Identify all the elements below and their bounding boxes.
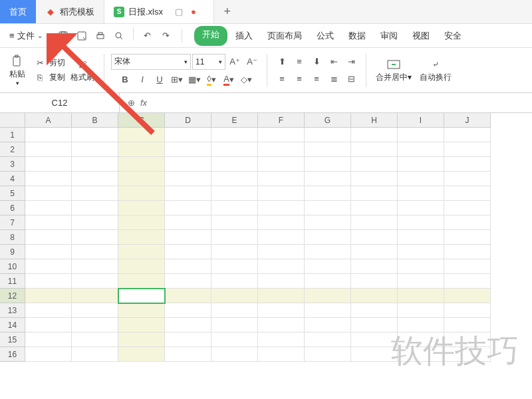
print-preview-button[interactable] (110, 27, 128, 45)
cut-button[interactable]: ✂ (32, 56, 48, 70)
cell[interactable] (444, 347, 491, 362)
clear-format-button[interactable]: ◇▾ (238, 72, 254, 87)
font-size-combo[interactable]: 11▾ (192, 54, 225, 70)
cell[interactable] (211, 274, 258, 289)
save-as-button[interactable] (73, 27, 90, 45)
cell[interactable] (25, 157, 72, 172)
cell[interactable] (25, 259, 72, 274)
cell[interactable] (211, 172, 258, 186)
cell[interactable] (165, 318, 211, 332)
cell[interactable] (398, 303, 444, 318)
cell[interactable] (444, 128, 491, 142)
cell[interactable] (165, 347, 211, 362)
row-header[interactable]: 8 (0, 230, 25, 245)
cell[interactable] (444, 245, 491, 259)
row-header[interactable]: 13 (0, 303, 25, 318)
row-header[interactable]: 14 (0, 318, 25, 332)
cell[interactable] (211, 142, 258, 157)
row-header[interactable]: 9 (0, 245, 25, 259)
cell[interactable] (444, 318, 491, 332)
cell[interactable] (72, 230, 118, 245)
align-left-button[interactable]: ≡ (274, 72, 290, 86)
cell[interactable] (398, 142, 444, 157)
fill-pattern-button[interactable]: ▦▾ (186, 72, 202, 87)
cell[interactable] (165, 172, 211, 186)
dot-icon[interactable]: ● (191, 7, 196, 17)
cell[interactable] (72, 289, 118, 303)
underline-button[interactable]: U (152, 72, 168, 87)
cell[interactable] (165, 201, 211, 215)
bold-button[interactable]: B (117, 72, 133, 87)
cell[interactable] (305, 303, 351, 318)
name-box[interactable]: C12 (0, 93, 120, 112)
align-right-button[interactable]: ≡ (309, 72, 325, 86)
cell[interactable] (165, 289, 211, 303)
cell[interactable] (118, 245, 165, 259)
cell[interactable] (351, 215, 398, 230)
cell[interactable] (118, 128, 165, 142)
cell[interactable] (211, 215, 258, 230)
column-header[interactable]: F (258, 113, 305, 128)
cell[interactable] (258, 259, 305, 274)
cell[interactable] (351, 245, 398, 259)
cell[interactable] (25, 332, 72, 347)
cell[interactable] (72, 318, 118, 332)
cell[interactable] (444, 201, 491, 215)
align-bottom-button[interactable]: ⬇ (309, 55, 325, 69)
row-header[interactable]: 7 (0, 215, 25, 230)
cell[interactable] (305, 215, 351, 230)
cell[interactable] (118, 332, 165, 347)
cell[interactable] (211, 245, 258, 259)
cell[interactable] (25, 289, 72, 303)
cell[interactable] (444, 259, 491, 274)
cell[interactable] (398, 274, 444, 289)
column-header[interactable]: C (118, 113, 165, 128)
cell[interactable] (211, 230, 258, 245)
cell[interactable] (351, 128, 398, 142)
tab-templates[interactable]: ◆ 稻壳模板 (36, 0, 104, 23)
cell[interactable] (305, 289, 351, 303)
font-color-button[interactable]: A▾ (221, 72, 237, 87)
row-header[interactable]: 12 (0, 289, 25, 303)
cell[interactable] (165, 259, 211, 274)
cell[interactable] (72, 157, 118, 172)
cell[interactable] (351, 259, 398, 274)
cell[interactable] (165, 274, 211, 289)
select-all-corner[interactable] (0, 113, 25, 128)
cell[interactable] (444, 303, 491, 318)
cell[interactable] (118, 274, 165, 289)
cell[interactable] (165, 157, 211, 172)
column-header[interactable]: G (305, 113, 351, 128)
ribbon-tab-layout[interactable]: 页面布局 (261, 26, 309, 46)
ribbon-tab-start[interactable]: 开始 (194, 26, 227, 46)
cell[interactable] (351, 332, 398, 347)
save-button[interactable] (55, 27, 72, 45)
cell[interactable] (118, 201, 165, 215)
cell[interactable] (351, 230, 398, 245)
decrease-font-button[interactable]: A⁻ (244, 55, 260, 69)
cell[interactable] (258, 230, 305, 245)
cell[interactable] (211, 201, 258, 215)
cell[interactable] (444, 172, 491, 186)
cell[interactable] (258, 157, 305, 172)
cell[interactable] (211, 157, 258, 172)
cell[interactable] (25, 318, 72, 332)
cell[interactable] (72, 274, 118, 289)
cell[interactable] (25, 274, 72, 289)
column-header[interactable]: I (398, 113, 444, 128)
ribbon-tab-review[interactable]: 审阅 (374, 26, 404, 46)
row-header[interactable]: 10 (0, 259, 25, 274)
cell[interactable] (351, 157, 398, 172)
cell[interactable] (118, 318, 165, 332)
cell[interactable] (25, 303, 72, 318)
cell[interactable] (258, 347, 305, 362)
cell[interactable] (305, 245, 351, 259)
increase-font-button[interactable]: A⁺ (227, 55, 243, 69)
ribbon-tab-formula[interactable]: 公式 (310, 26, 340, 46)
cell[interactable] (165, 186, 211, 201)
cell[interactable] (258, 172, 305, 186)
cell[interactable] (351, 274, 398, 289)
ribbon-tab-data[interactable]: 数据 (342, 26, 372, 46)
cell[interactable] (211, 289, 258, 303)
cell[interactable] (72, 215, 118, 230)
